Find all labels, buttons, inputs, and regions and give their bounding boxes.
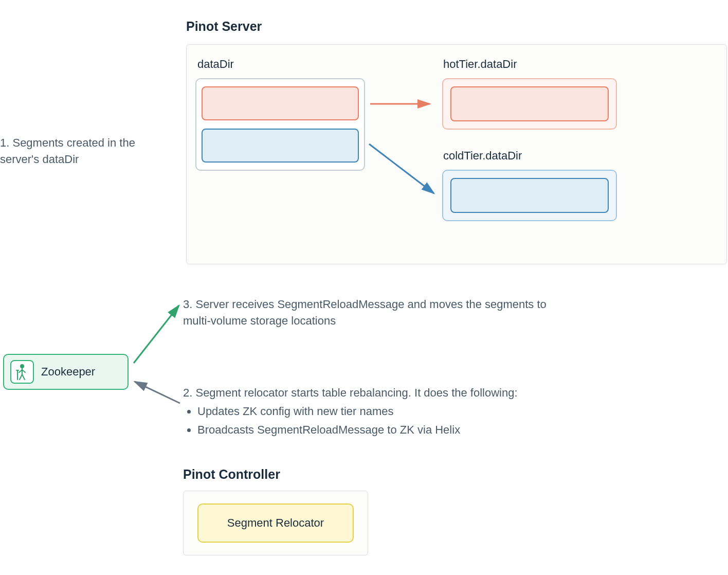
step-2-bullet-0: Updates ZK config with new tier names bbox=[197, 403, 594, 420]
hot-tier-segment bbox=[450, 86, 609, 121]
svg-line-1 bbox=[369, 144, 434, 193]
cold-tier-segment bbox=[450, 178, 609, 213]
zookeeper-box: Zookeeper bbox=[3, 354, 129, 390]
datadir-label: dataDir bbox=[197, 58, 234, 71]
pinot-controller-title: Pinot Controller bbox=[183, 467, 280, 482]
arrow-cold-to-coldtier bbox=[369, 141, 441, 203]
arrow-hot-to-hottier bbox=[370, 98, 437, 113]
svg-line-3 bbox=[134, 306, 179, 363]
arrow-zk-to-step3 bbox=[132, 302, 188, 366]
step-2-bullets: Updates ZK config with new tier names Br… bbox=[183, 403, 594, 438]
step-3-text: 3. Server receives SegmentReloadMessage … bbox=[183, 296, 574, 329]
segment-relocator-label: Segment Relocator bbox=[227, 516, 324, 530]
zookeeper-label: Zookeeper bbox=[41, 365, 95, 379]
arrow-step2-to-zk bbox=[131, 379, 187, 409]
segment-relocator-box: Segment Relocator bbox=[197, 504, 354, 543]
cold-segment bbox=[202, 129, 359, 163]
pinot-controller-panel: Segment Relocator bbox=[183, 491, 368, 555]
zookeeper-icon bbox=[10, 360, 34, 384]
svg-line-4 bbox=[135, 382, 180, 403]
step-2-bullet-1: Broadcasts SegmentReloadMessage to ZK vi… bbox=[197, 422, 594, 438]
cold-tier-label: coldTier.dataDir bbox=[443, 149, 522, 163]
step-2-text: 2. Segment relocator starts table rebala… bbox=[183, 385, 594, 401]
step-1-text: 1. Segments created in the server's data… bbox=[0, 135, 149, 168]
hot-tier-label: hotTier.dataDir bbox=[443, 58, 517, 71]
step-2-block: 2. Segment relocator starts table rebala… bbox=[183, 385, 594, 438]
hot-segment bbox=[202, 86, 359, 120]
pinot-server-title: Pinot Server bbox=[186, 19, 262, 34]
